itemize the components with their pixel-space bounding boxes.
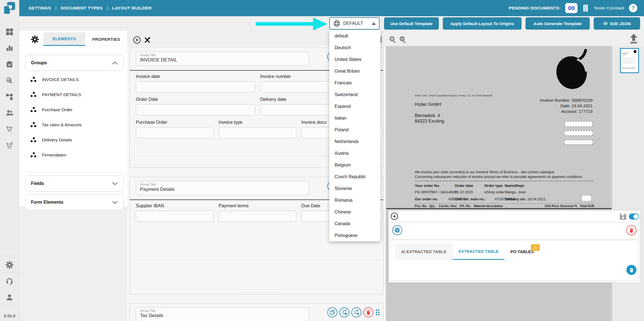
rail-item-search-analytics[interactable]: [0, 75, 19, 86]
field-input[interactable]: [136, 127, 214, 138]
group-item-invoice-details[interactable]: INVOICE DETAILS: [30, 72, 122, 87]
accordion-fields[interactable]: Fields: [25, 175, 124, 192]
delete-group-button[interactable]: [363, 307, 373, 317]
accordion-title: Form Elements: [31, 200, 63, 205]
language-option-belgium[interactable]: Belgium: [329, 159, 380, 171]
delete-rows-button[interactable]: [626, 265, 636, 275]
language-option-great-britain[interactable]: Great Britain: [329, 65, 380, 77]
group-dots-icon: [30, 77, 37, 83]
group-item-firmendaten[interactable]: Firmendaten: [30, 148, 122, 163]
save-table-icon[interactable]: [619, 212, 627, 221]
help-icon[interactable]: ?: [629, 4, 637, 12]
field-input[interactable]: [219, 127, 296, 138]
dashboard-icon: [6, 28, 13, 35]
field-input[interactable]: [136, 211, 214, 222]
doc-meta-line: Account: 177723: [509, 109, 593, 114]
building-icon[interactable]: [582, 4, 589, 12]
table-enabled-toggle[interactable]: [629, 213, 639, 220]
group-item-purchase-order[interactable]: Purchase Order: [30, 102, 122, 117]
header-right: PENDING DOCUMENTS: 00 Tester Constant ?: [509, 3, 637, 13]
language-option-romania[interactable]: Romania: [329, 194, 380, 206]
rail-item-cart-add[interactable]: [0, 140, 19, 151]
field-invoice-date: Invoice date: [136, 74, 255, 92]
add-group-icon[interactable]: +: [133, 36, 141, 44]
language-option-united-states[interactable]: United States: [329, 54, 380, 65]
groups-accordion[interactable]: Groups: [25, 55, 124, 71]
drag-handle-icon[interactable]: [375, 309, 380, 316]
add-table-icon[interactable]: +: [391, 213, 398, 220]
language-option-switzerland[interactable]: Switzerland: [329, 89, 380, 101]
app-logo[interactable]: [3, 2, 16, 16]
language-option-czech-republic[interactable]: Czech Republic: [329, 171, 380, 183]
panel-settings-gear-icon[interactable]: [31, 35, 39, 44]
nav-item-settings[interactable]: SETTINGS: [29, 6, 51, 11]
table-tab-extracted-table[interactable]: EXTRACTED TABLE: [453, 244, 505, 260]
user-name[interactable]: Tester Constant: [594, 6, 624, 11]
rail-item-cart[interactable]: [0, 123, 19, 135]
field-input[interactable]: [136, 81, 255, 92]
rail-item-settings[interactable]: [0, 259, 19, 270]
tab-properties[interactable]: PROPERTIES: [85, 32, 127, 46]
table-tab-ai-extracted-table[interactable]: AI EXTRACTED TABLE: [395, 244, 453, 260]
language-option-chinese[interactable]: Chinese: [329, 206, 380, 218]
group-title-row: Group TitleTax Details: [136, 307, 380, 321]
language-option-netherlands[interactable]: Netherlands: [329, 136, 380, 148]
language-selector-value: DEFAULT: [343, 21, 363, 26]
doc-divider: [415, 181, 594, 181]
sync-group-button[interactable]: [339, 307, 349, 317]
pending-documents-count: 00: [565, 3, 577, 13]
bar-chart-icon: [6, 44, 13, 52]
rail-item-dashboard[interactable]: [0, 26, 19, 37]
group-title-input[interactable]: Group TitlePayment Details: [136, 181, 309, 195]
action-button-use-default-template[interactable]: Use Default Template: [384, 17, 439, 30]
language-option-default[interactable]: default: [329, 30, 380, 42]
thumbnail-line: [622, 54, 627, 55]
accordion-form-elements[interactable]: Form Elements: [25, 194, 124, 210]
delete-table-button[interactable]: [626, 225, 636, 235]
doc-recipient-street: Bernadistr. 4: [415, 113, 440, 118]
nav-item-document-types[interactable]: DOCUMENT TYPES: [61, 6, 103, 11]
sync-layout-button[interactable]: [351, 307, 361, 317]
language-option-slovenia[interactable]: Slovenia: [329, 183, 380, 194]
action-button-apply-default-layout-to-origins[interactable]: Apply Default Layout To Origins: [443, 17, 522, 30]
rail-item-profile[interactable]: [0, 292, 19, 303]
language-option-italian[interactable]: Italian: [329, 112, 380, 124]
tab-elements[interactable]: ELEMENTS: [43, 32, 85, 46]
rail-item-tasks[interactable]: [0, 59, 19, 70]
page-thumbnail[interactable]: [620, 48, 639, 73]
zoom-in-icon[interactable]: [389, 35, 397, 44]
upload-document-icon[interactable]: [628, 33, 639, 44]
language-option-espanol[interactable]: Espanol: [329, 101, 380, 112]
chevron-up-icon: [112, 61, 118, 65]
group-title-input[interactable]: Group TitleINVOICE DETAIL: [136, 52, 309, 66]
pointer-arrow-head: [313, 18, 328, 30]
language-option-austria[interactable]: Austria: [329, 148, 380, 159]
gear-icon: [31, 35, 39, 44]
language-option-francais[interactable]: Francais: [329, 77, 380, 89]
group-title-input[interactable]: Group TitleTax Details: [136, 307, 309, 321]
action-button-auto-generate-template[interactable]: Auto Generate Template: [525, 17, 590, 30]
nav-item-layout-builder[interactable]: LAYOUT BUILDER: [112, 6, 151, 11]
language-selector[interactable]: DEFAULT: [329, 17, 380, 30]
language-option-portuguese[interactable]: Portuguese: [329, 230, 380, 241]
thumbnail-line: [622, 68, 636, 68]
language-option-canada[interactable]: Canada: [329, 218, 380, 230]
field-invoice-type: Invoice type: [219, 120, 296, 138]
group-item-payment-details[interactable]: PAYMENT DETAILS: [30, 87, 122, 102]
build-tools-icon[interactable]: [144, 36, 151, 44]
rail-item-support[interactable]: [0, 275, 19, 287]
group-item-tax-rates-amounts[interactable]: Tax rates & Amounts: [30, 117, 122, 132]
rail-item-users[interactable]: [0, 107, 19, 118]
zoom-out-icon[interactable]: [399, 35, 407, 44]
copy-group-button[interactable]: [327, 307, 337, 317]
language-option-poland[interactable]: Poland: [329, 124, 380, 136]
language-option-deutsch[interactable]: Deutsch: [329, 42, 380, 54]
rail-item-bar-chart[interactable]: [0, 42, 19, 54]
company-logo-mango: [552, 47, 595, 92]
field-input[interactable]: [219, 211, 296, 222]
table-settings-gear-button[interactable]: [392, 225, 402, 235]
action-button-edit-json[interactable]: Edit JSON: [594, 17, 640, 30]
field-input[interactable]: [136, 104, 255, 115]
rail-item-workflow[interactable]: [0, 91, 19, 102]
group-item-delivery-details[interactable]: Delivery Details: [30, 132, 122, 148]
